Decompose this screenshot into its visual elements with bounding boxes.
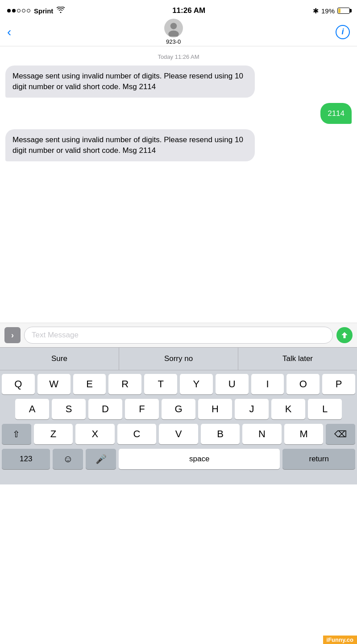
carrier-label: Sprint <box>34 7 53 15</box>
key-u[interactable]: U <box>216 374 249 394</box>
key-row-1: Q W E R T Y U I O P <box>2 374 355 394</box>
key-row-4: 123 ☺ 🎤 space return <box>2 449 355 469</box>
key-n[interactable]: N <box>242 424 282 444</box>
bottom-bar <box>0 476 357 484</box>
back-button[interactable]: ‹ <box>7 25 11 39</box>
shift-key[interactable]: ⇧ <box>2 424 31 444</box>
keyboard: Sure Sorry no Talk later Q W E R T Y U I… <box>0 347 357 476</box>
battery-tip <box>350 9 352 12</box>
status-left: Sprint <box>7 7 65 15</box>
key-v[interactable]: V <box>159 424 198 444</box>
contact-number: 923-0 <box>166 38 181 45</box>
key-j[interactable]: J <box>235 399 269 419</box>
return-key[interactable]: return <box>282 449 355 469</box>
signal-dot-5 <box>27 9 30 12</box>
key-q[interactable]: Q <box>2 374 35 394</box>
key-p[interactable]: P <box>322 374 355 394</box>
key-s[interactable]: S <box>52 399 86 419</box>
input-area: › Text Message <box>0 323 357 347</box>
message-row: 2114 <box>5 103 352 124</box>
key-k[interactable]: K <box>271 399 305 419</box>
bluetooth-icon: ✱ <box>313 7 319 15</box>
suggestion-sure[interactable]: Sure <box>0 348 119 370</box>
key-z[interactable]: Z <box>34 424 73 444</box>
suggestion-sorry-no[interactable]: Sorry no <box>119 348 238 370</box>
status-time: 11:26 AM <box>172 6 205 15</box>
key-f[interactable]: F <box>125 399 159 419</box>
bubble-sent-1: 2114 <box>320 103 352 124</box>
signal-dot-3 <box>17 9 21 12</box>
nav-bar: ‹ 923-0 i <box>0 20 357 46</box>
signal-dot-2 <box>12 9 16 12</box>
message-row: Message sent using invalid number of dig… <box>5 66 352 98</box>
text-input-wrapper[interactable]: Text Message <box>24 327 333 344</box>
space-key[interactable]: space <box>119 449 280 469</box>
expand-button[interactable]: › <box>4 327 21 343</box>
watermark: iFunny.co <box>323 636 357 644</box>
key-c[interactable]: C <box>117 424 157 444</box>
key-o[interactable]: O <box>286 374 320 394</box>
delete-key[interactable]: ⌫ <box>326 424 355 444</box>
key-l[interactable]: L <box>308 399 342 419</box>
emoji-key[interactable]: ☺ <box>53 449 83 469</box>
mic-key[interactable]: 🎤 <box>86 449 116 469</box>
signal-dot-4 <box>22 9 25 12</box>
contact-info: 923-0 <box>164 19 183 45</box>
bubble-received-2: Message sent using invalid number of dig… <box>5 129 255 161</box>
key-r[interactable]: R <box>108 374 141 394</box>
key-row-3: ⇧ Z X C V B N M ⌫ <box>2 424 355 444</box>
key-m[interactable]: M <box>284 424 324 444</box>
date-label: Today 11:26 AM <box>5 53 352 60</box>
send-button[interactable] <box>336 327 353 343</box>
key-b[interactable]: B <box>201 424 240 444</box>
suggestion-talk-later[interactable]: Talk later <box>238 348 357 370</box>
key-x[interactable]: X <box>75 424 115 444</box>
key-e[interactable]: E <box>73 374 106 394</box>
key-y[interactable]: Y <box>180 374 213 394</box>
messages-area: Today 11:26 AM Message sent using invali… <box>0 46 357 323</box>
key-w[interactable]: W <box>37 374 71 394</box>
key-i[interactable]: I <box>251 374 284 394</box>
battery-icon <box>337 8 350 14</box>
quicktype-bar: Sure Sorry no Talk later <box>0 347 357 370</box>
message-row: Message sent using invalid number of dig… <box>5 129 352 161</box>
key-rows: Q W E R T Y U I O P A S D F G H J K L ⇧ … <box>0 370 357 476</box>
battery-percent: 19% <box>321 7 335 15</box>
wifi-icon <box>57 7 65 15</box>
signal-dot-1 <box>7 9 11 12</box>
key-a[interactable]: A <box>15 399 49 419</box>
key-t[interactable]: T <box>144 374 177 394</box>
svg-point-1 <box>170 23 176 29</box>
key-g[interactable]: G <box>162 399 195 419</box>
key-h[interactable]: H <box>198 399 232 419</box>
signal-dots <box>7 9 30 12</box>
status-bar: Sprint 11:26 AM ✱ 19% <box>0 0 357 20</box>
avatar[interactable] <box>164 19 183 37</box>
text-message-input[interactable]: Text Message <box>32 331 79 340</box>
key-row-2: A S D F G H J K L <box>2 399 355 419</box>
bubble-received-1: Message sent using invalid number of dig… <box>5 66 255 98</box>
numbers-key[interactable]: 123 <box>2 449 50 469</box>
info-button[interactable]: i <box>336 25 350 39</box>
battery-fill <box>338 8 340 13</box>
status-right: ✱ 19% <box>313 7 350 15</box>
key-d[interactable]: D <box>88 399 122 419</box>
